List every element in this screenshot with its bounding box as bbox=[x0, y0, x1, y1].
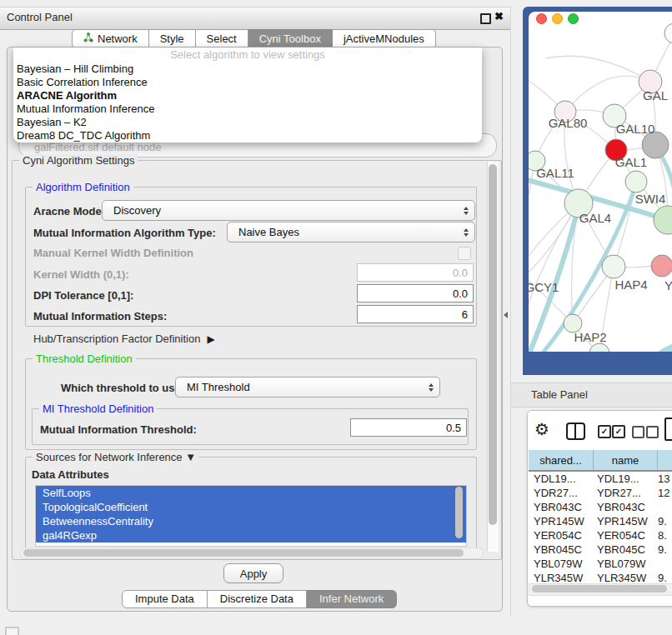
mi-threshold-field[interactable]: 0.5 bbox=[350, 418, 467, 437]
checked-checkbox-icon[interactable]: ✓ bbox=[598, 425, 611, 438]
table-row[interactable]: YDL19...YDL19...13 bbox=[529, 472, 672, 486]
cell[interactable]: YBR045C bbox=[594, 542, 658, 557]
cell[interactable]: YPR145W bbox=[594, 514, 658, 528]
dropdown-item-selected[interactable]: ARACNE Algorithm bbox=[13, 89, 482, 102]
column-header-partial[interactable] bbox=[658, 450, 672, 470]
cell[interactable]: 8. bbox=[658, 528, 672, 542]
mi-algorithm-type-select[interactable]: Naive Bayes bbox=[227, 222, 475, 242]
dropdown-item[interactable]: Mutual Information Inference bbox=[13, 102, 482, 116]
tab-impute-data[interactable]: Impute Data bbox=[122, 590, 208, 608]
sources-title-wrap[interactable]: Sources for Network Inference ▼ bbox=[33, 451, 199, 463]
cell[interactable]: YER054C bbox=[529, 528, 594, 542]
dpi-tolerance-label: DPI Tolerance [0,1]: bbox=[33, 289, 133, 302]
screen: Control Panel ✖ Network Style Select Cyn… bbox=[0, 0, 672, 635]
control-panel-titlebar: Control Panel ✖ bbox=[0, 7, 510, 30]
table-row[interactable]: YBL079WYBL079W bbox=[529, 557, 672, 571]
cell[interactable]: YBL079W bbox=[594, 557, 658, 571]
cell[interactable] bbox=[658, 557, 672, 571]
list-scrollbar-thumb[interactable] bbox=[455, 487, 463, 538]
mac-close-button[interactable] bbox=[536, 13, 547, 24]
mi-steps-field[interactable]: 6 bbox=[357, 305, 474, 323]
manual-kernel-width-label: Manual Kernel Width Definition bbox=[33, 247, 193, 259]
list-item[interactable]: BetweennessCentrality bbox=[36, 514, 466, 528]
settings-hscrollbar-thumb[interactable] bbox=[23, 549, 464, 557]
table-hscrollbar-thumb[interactable] bbox=[532, 585, 667, 592]
cell[interactable]: YBL079W bbox=[529, 557, 594, 571]
cell[interactable]: 9. bbox=[658, 514, 672, 528]
dropdown-item[interactable]: Bayesian – K2 bbox=[13, 116, 482, 129]
minimized-panel-icon[interactable] bbox=[5, 627, 19, 635]
list-item[interactable]: TopologicalCoefficient bbox=[36, 500, 466, 514]
tab-discretize-data-label: Discretize Data bbox=[220, 592, 293, 605]
tab-infer-network[interactable]: Infer Network bbox=[307, 590, 397, 608]
table-row[interactable]: YBR045CYBR045C9. bbox=[529, 542, 672, 557]
list-item[interactable]: gal4RGexp bbox=[36, 528, 466, 542]
tab-infer-network-label: Infer Network bbox=[319, 592, 384, 605]
cell[interactable]: YBR045C bbox=[529, 542, 594, 557]
column-header-shared-name[interactable]: shared... bbox=[529, 450, 594, 470]
dropdown-item[interactable]: Bayesian – Hill Climbing bbox=[13, 62, 482, 76]
cell[interactable]: YDL19... bbox=[594, 472, 658, 486]
dpi-tolerance-field[interactable]: 0.0 bbox=[357, 284, 474, 302]
cell[interactable]: YDL19... bbox=[529, 472, 594, 486]
gear-icon[interactable]: ⚙ bbox=[534, 419, 549, 439]
which-threshold-value: MI Threshold bbox=[187, 381, 250, 393]
node-swi4[interactable] bbox=[625, 171, 647, 192]
node-hap4[interactable] bbox=[602, 255, 625, 278]
hub-definition-toggle[interactable]: Hub/Transcription Factor Definition▶ bbox=[33, 332, 215, 345]
settings-scrollbar-thumb[interactable] bbox=[489, 164, 497, 525]
kernel-width-field: 0.0 bbox=[357, 263, 474, 282]
tab-discretize-data[interactable]: Discretize Data bbox=[208, 590, 307, 608]
node-label: Y bbox=[664, 278, 672, 292]
unchecked-checkbox-icon[interactable] bbox=[646, 426, 659, 438]
combo-arrows-icon bbox=[464, 207, 469, 215]
column-header-name[interactable]: name bbox=[594, 450, 658, 470]
document-icon[interactable] bbox=[664, 418, 672, 441]
cell[interactable]: 12 bbox=[658, 486, 672, 500]
tab-cyni-toolbox[interactable]: Cyni Toolbox bbox=[248, 29, 333, 48]
node-label: SWI4 bbox=[635, 192, 666, 206]
divider-collapse-arrow-icon[interactable] bbox=[504, 312, 508, 318]
network-canvas[interactable]: GAL GAL80 GAL10 GAL1 SWI4 GAL11 GAL4 GCY… bbox=[529, 12, 672, 352]
tab-style[interactable]: Style bbox=[149, 29, 196, 48]
cell[interactable]: YPR145W bbox=[529, 514, 594, 528]
node-large-green[interactable] bbox=[654, 206, 672, 234]
cell[interactable]: YDR27... bbox=[529, 486, 594, 500]
table-row[interactable]: YER054CYER054C8. bbox=[529, 528, 672, 542]
apply-button[interactable]: Apply bbox=[223, 563, 283, 583]
table-row[interactable]: YBR043CYBR043C bbox=[529, 500, 672, 514]
tab-network-label: Network bbox=[98, 30, 138, 48]
tab-jactivemnodules[interactable]: jActiveMNodules bbox=[333, 29, 436, 48]
tab-select[interactable]: Select bbox=[196, 29, 248, 48]
algorithm-combobox-value: galFiltered.sif default node bbox=[34, 141, 161, 153]
tab-network[interactable]: Network bbox=[72, 29, 149, 48]
which-threshold-select[interactable]: MI Threshold bbox=[175, 377, 440, 398]
close-icon[interactable]: ✖ bbox=[494, 10, 504, 22]
cell[interactable]: YER054C bbox=[594, 528, 658, 542]
float-window-icon[interactable] bbox=[480, 13, 491, 24]
dropdown-item[interactable]: Basic Correlation Inference bbox=[13, 76, 482, 89]
mac-minimize-button[interactable] bbox=[552, 13, 563, 24]
list-item[interactable]: SelfLoops bbox=[36, 486, 466, 500]
panel-divider[interactable] bbox=[510, 7, 511, 617]
node[interactable] bbox=[589, 343, 609, 352]
aracne-mode-select[interactable]: Discovery bbox=[102, 200, 475, 221]
cell[interactable] bbox=[658, 500, 672, 514]
cell[interactable]: 9. bbox=[658, 542, 672, 557]
table-row[interactable]: YPR145WYPR145W9. bbox=[529, 514, 672, 528]
table-row[interactable]: YDR27...YDR27...12 bbox=[529, 486, 672, 500]
dropdown-item[interactable]: Dream8 DC_TDC Algorithm bbox=[13, 129, 482, 142]
cell[interactable]: YBR043C bbox=[529, 500, 594, 514]
mac-zoom-button[interactable] bbox=[568, 13, 579, 24]
cell[interactable]: 13 bbox=[658, 472, 672, 486]
table-panel-title: Table Panel bbox=[531, 388, 588, 401]
cell[interactable]: YDR27... bbox=[594, 486, 658, 500]
cell[interactable]: YBR043C bbox=[594, 500, 658, 514]
split-columns-icon[interactable] bbox=[566, 422, 585, 440]
node[interactable] bbox=[664, 23, 672, 43]
node-salmon[interactable] bbox=[651, 255, 672, 277]
collapse-icon: ▼ bbox=[185, 451, 196, 463]
unchecked-checkbox-icon[interactable] bbox=[632, 426, 644, 438]
checked-checkbox-icon[interactable]: ✓ bbox=[612, 425, 625, 438]
sources-title: Sources for Network Inference bbox=[36, 451, 183, 463]
